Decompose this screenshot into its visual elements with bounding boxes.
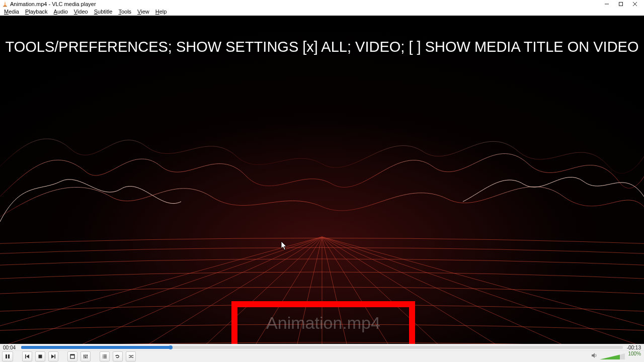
volume-slider[interactable] xyxy=(600,352,625,360)
instruction-overlay: TOOLS/PREFERENCES; SHOW SETTINGS [x] ALL… xyxy=(0,39,644,55)
menu-video[interactable]: Video xyxy=(74,9,88,15)
fullscreen-button[interactable] xyxy=(67,351,77,361)
svg-rect-36 xyxy=(84,355,85,356)
svg-rect-40 xyxy=(104,355,107,355)
annotation-highlight-box xyxy=(231,301,415,344)
vlc-cone-icon xyxy=(2,1,8,7)
time-remaining[interactable]: -00:13 xyxy=(626,345,641,350)
svg-rect-44 xyxy=(104,357,107,358)
mute-button[interactable] xyxy=(591,352,598,361)
svg-rect-39 xyxy=(103,355,103,355)
svg-marker-0 xyxy=(4,1,7,6)
svg-rect-30 xyxy=(54,354,55,358)
svg-marker-29 xyxy=(51,354,54,358)
title-bar: Animation.mp4 - VLC media player xyxy=(0,0,644,8)
svg-rect-41 xyxy=(103,356,103,356)
svg-rect-28 xyxy=(39,355,42,358)
svg-rect-2 xyxy=(4,4,6,5)
svg-rect-1 xyxy=(4,3,7,3)
extended-settings-button[interactable] xyxy=(80,351,91,361)
menu-audio[interactable]: Audio xyxy=(54,9,68,15)
svg-marker-48 xyxy=(592,353,595,358)
playlist-button[interactable] xyxy=(100,351,110,361)
svg-rect-3 xyxy=(3,6,7,7)
svg-rect-43 xyxy=(103,357,103,358)
shuffle-button[interactable] xyxy=(126,351,136,361)
window-title: Animation.mp4 - VLC media player xyxy=(10,1,96,7)
volume-control: 100% xyxy=(591,352,641,361)
svg-rect-38 xyxy=(87,355,88,356)
svg-marker-46 xyxy=(133,355,133,356)
svg-rect-37 xyxy=(85,357,86,358)
seek-knob[interactable] xyxy=(169,345,173,349)
controls-toolbar: 100% xyxy=(0,350,644,362)
svg-marker-27 xyxy=(26,354,29,358)
time-elapsed[interactable]: 00:04 xyxy=(3,345,18,350)
menu-view[interactable]: View xyxy=(137,9,149,15)
volume-percent: 100% xyxy=(627,351,641,356)
menu-media[interactable]: Media xyxy=(4,9,19,15)
menu-subtitle[interactable]: Subtitle xyxy=(94,9,113,15)
menu-help[interactable]: Help xyxy=(155,9,167,15)
svg-rect-32 xyxy=(70,354,74,355)
play-pause-button[interactable] xyxy=(2,351,13,361)
menu-bar: Media Playback Audio Video Subtitle Tool… xyxy=(0,8,644,16)
menu-playback[interactable]: Playback xyxy=(25,9,48,15)
video-viewport[interactable]: TOOLS/PREFERENCES; SHOW SETTINGS [x] ALL… xyxy=(0,16,644,344)
svg-rect-24 xyxy=(6,354,7,358)
svg-marker-50 xyxy=(600,354,620,359)
svg-rect-5 xyxy=(619,2,623,6)
maximize-button[interactable] xyxy=(614,1,628,8)
svg-rect-25 xyxy=(8,354,10,358)
menu-tools[interactable]: Tools xyxy=(118,9,131,15)
previous-button[interactable] xyxy=(22,351,32,361)
close-button[interactable] xyxy=(628,1,642,8)
stop-button[interactable] xyxy=(35,351,45,361)
seek-slider[interactable] xyxy=(21,346,623,349)
minimize-button[interactable] xyxy=(600,1,614,8)
svg-marker-47 xyxy=(133,357,133,358)
seek-bar-row: 00:04 -00:13 xyxy=(0,344,644,350)
loop-button[interactable] xyxy=(113,351,123,361)
video-frame-content xyxy=(0,16,644,344)
svg-marker-45 xyxy=(115,355,116,356)
svg-rect-26 xyxy=(25,354,26,358)
next-button[interactable] xyxy=(48,351,58,361)
seek-fill xyxy=(21,346,171,349)
svg-rect-42 xyxy=(104,356,107,356)
